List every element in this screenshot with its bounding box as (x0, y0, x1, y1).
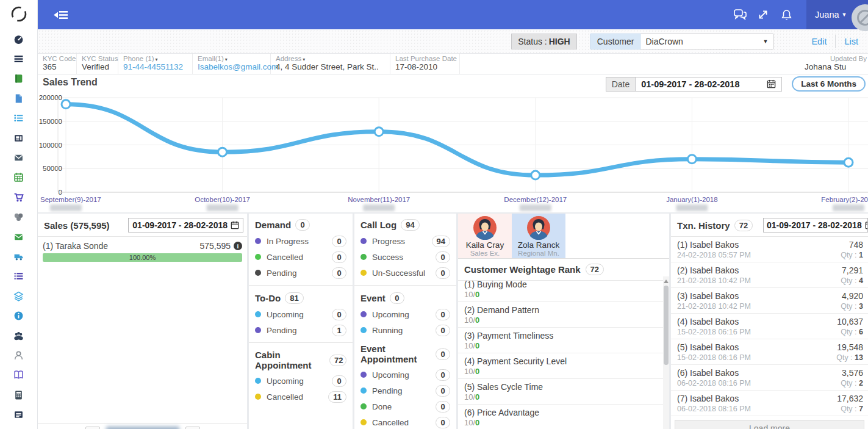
address-field[interactable]: Address▾ 4, 4 Sudder Street, Park St.. (271, 54, 390, 74)
user-avatar[interactable] (852, 4, 868, 31)
email-value[interactable]: Isabelkos@gmail.com (198, 62, 265, 71)
user-menu[interactable]: Juana ▼ (806, 0, 868, 29)
phone-field[interactable]: Phone (1)▾ 91-44-44551132 (118, 54, 193, 74)
user-name: Juana (815, 10, 839, 20)
kyc-status-value: Verified (82, 62, 113, 71)
txn-date-input[interactable]: 01-09-2017 - 28-02-2018 (763, 218, 868, 233)
weightage-item[interactable]: (6) Price Advantage10/0 (458, 405, 663, 429)
stat-upcoming[interactable]: Upcoming0 (354, 367, 456, 383)
sidebar-item-calendar[interactable] (0, 168, 37, 187)
txn-row[interactable]: (2) Isabel Bakos21-02-2018 10:42 PM7,291… (671, 262, 868, 288)
weightage-item[interactable]: (1) Buying Mode10/0 (458, 276, 663, 302)
weightage-list[interactable]: (1) Buying Mode10/0 (2) Demand Pattern10… (458, 276, 663, 429)
sales-item-name: (1) Taraka Sonde (43, 241, 199, 251)
stat-cancelled[interactable]: Cancelled11 (249, 389, 353, 405)
sidebar-item-book[interactable] (0, 69, 37, 88)
info-icon[interactable]: i (234, 242, 242, 250)
stat-upcoming[interactable]: Upcoming0 (354, 306, 456, 322)
scrollbar-thumb[interactable] (664, 286, 669, 365)
rep-avatar (526, 215, 551, 240)
sidebar-toggle-button[interactable] (54, 10, 68, 20)
svg-text:November(11)-2017: November(11)-2017 (348, 196, 410, 203)
scrollbar[interactable] (663, 276, 669, 429)
sidebar-item-menu[interactable] (0, 49, 37, 68)
chevron-down-icon: ▼ (842, 12, 847, 18)
sidebar-item-list[interactable] (0, 109, 37, 128)
rep-card-zola[interactable]: Zola Ranck Regional Mn. (512, 214, 565, 258)
scroll-up-icon[interactable] (664, 279, 669, 283)
email-field[interactable]: Email(1)▾ Isabelkos@gmail.com (193, 54, 271, 74)
sidebar-item-document[interactable] (0, 88, 37, 108)
newspaper-icon (13, 133, 24, 143)
stat-upcoming[interactable]: Upcoming0 (249, 306, 353, 322)
sidebar-item-openbook[interactable] (0, 366, 37, 385)
chevron-down-icon: ▾ (303, 57, 305, 62)
stat-success[interactable]: Success0 (354, 249, 456, 265)
sidebar-item-dashboard[interactable] (0, 29, 37, 49)
sidebar-item-cart[interactable] (0, 187, 37, 207)
rep-card-kaila[interactable]: Kaila Cray Sales Ex. (458, 214, 512, 258)
customer-select[interactable]: DiaCrown ▼ (640, 34, 773, 49)
users-icon (13, 331, 24, 341)
edit-button[interactable]: Edit (803, 34, 835, 49)
sidebar-item-mail[interactable] (0, 148, 37, 167)
crm-dashboard: Juana ▼ Status :HIGH Customer DiaCrown ▼… (0, 0, 868, 429)
sidebar-item-list2[interactable] (0, 267, 37, 286)
app-logo[interactable] (0, 0, 37, 28)
txn-row[interactable]: (7) Isabel Bakos06-02-2018 08:16 PM17,63… (671, 391, 868, 416)
trend-date-input[interactable]: 01-09-2017 - 28-02-2018 (636, 77, 782, 92)
address-value: 4, 4 Sudder Street, Park St.. (276, 62, 385, 71)
stat-unsuccessful[interactable]: Un-Successful0 (354, 265, 456, 281)
weightage-item[interactable]: (3) Payment Timeliness10/0 (458, 328, 663, 353)
sidebar-item-info[interactable] (0, 306, 37, 325)
stat-running[interactable]: Running0 (354, 322, 456, 338)
sidebar-item-listcard[interactable] (0, 405, 37, 424)
txn-row[interactable]: (4) Isabel Bakos15-02-2018 06:16 PM10,63… (671, 314, 868, 339)
last-6-months-button[interactable]: Last 6 Months (792, 76, 866, 92)
sidebar-item-news[interactable] (0, 128, 37, 148)
sidebar-item-truck[interactable] (0, 247, 37, 266)
divider (249, 342, 353, 343)
notifications-button[interactable] (775, 9, 798, 21)
sidebar-item-calculator[interactable] (0, 385, 37, 405)
menu-lines-icon (13, 54, 24, 64)
txn-row[interactable]: (1) Isabel Bakos24-02-2018 05:57 PM748Qt… (671, 237, 868, 262)
chat-button[interactable] (728, 9, 751, 20)
sidebar-item-users[interactable] (0, 326, 37, 345)
txn-row[interactable]: (5) Isabel Bakos15-02-2018 06:16 PM19,54… (671, 339, 868, 365)
sidebar-item-person[interactable] (0, 345, 37, 365)
calendar-icon[interactable] (85, 427, 100, 429)
fullscreen-button[interactable] (751, 9, 775, 20)
txn-row[interactable]: (3) Isabel Bakos21-02-2018 10:42 PM4,920… (671, 288, 868, 314)
stat-cancelled[interactable]: Cancelled0 (354, 414, 456, 429)
stat-in-progress[interactable]: In Progress0 (249, 233, 353, 249)
svg-text:200000: 200000 (39, 94, 62, 101)
weightage-item[interactable]: (5) Sales Cycle Time10/0 (458, 379, 663, 405)
status-label: Status : (518, 37, 547, 46)
sales-date-input[interactable]: 01-09-2017 - 28-02-2018 (128, 218, 243, 233)
list-button[interactable]: List (836, 34, 867, 49)
cabin-appointment-title: Cabin Appointment72 (249, 344, 353, 373)
stat-pending[interactable]: Pending0 (354, 383, 456, 398)
sales-list-item[interactable]: (1) Taraka Sonde 575,595 i 100.00% (38, 237, 247, 262)
status-dot (360, 238, 367, 244)
stat-done[interactable]: Done0 (354, 398, 456, 414)
kyc-strip: KYC Code 365 KYC Status Verified Phone (… (38, 54, 868, 74)
calculator-icon (13, 390, 24, 400)
stat-upcoming[interactable]: Upcoming0 (249, 373, 353, 389)
stat-progress[interactable]: Progress94 (354, 233, 456, 249)
weightage-item[interactable]: (4) Payment Security Level10/0 (458, 353, 663, 379)
sidebar-item-layers[interactable] (0, 286, 37, 306)
load-more-button[interactable]: Load more (675, 420, 864, 429)
stat-cancelled[interactable]: Cancelled0 (249, 249, 353, 265)
date-label: Date (606, 77, 636, 92)
sidebar-item-coins[interactable] (0, 207, 37, 227)
calendar-icon[interactable] (185, 427, 200, 429)
sidebar-item-envelope[interactable] (0, 227, 37, 247)
stat-pending[interactable]: Pending1 (249, 322, 353, 338)
kyc-status-field: KYC Status Verified (77, 54, 118, 74)
weightage-item[interactable]: (2) Demand Pattern10/0 (458, 302, 663, 328)
phone-value[interactable]: 91-44-44551132 (123, 62, 187, 71)
txn-row[interactable]: (6) Isabel Bakos06-02-2018 08:16 PM3,576… (671, 365, 868, 391)
stat-pending[interactable]: Pending0 (249, 265, 353, 281)
